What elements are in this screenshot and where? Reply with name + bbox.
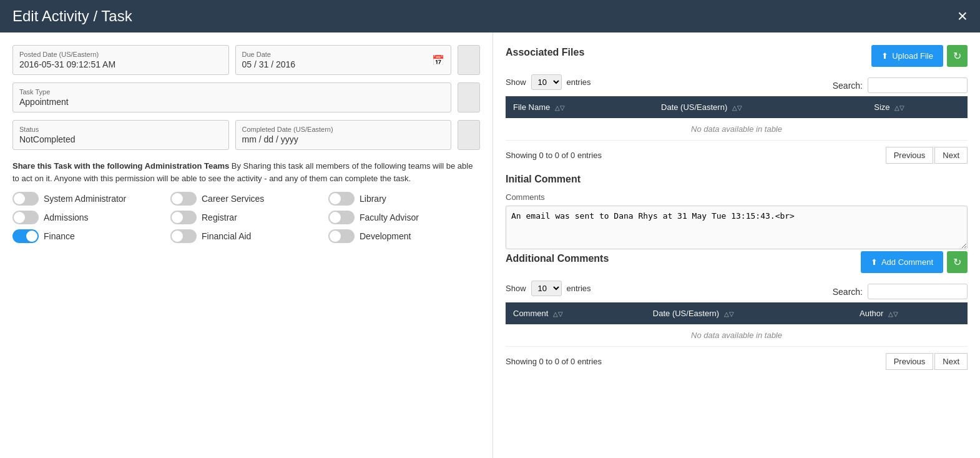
toggle-track-library[interactable]: [328, 192, 355, 206]
comments-next-button[interactable]: Next: [934, 353, 968, 370]
page-title: Edit Activity / Task: [12, 7, 132, 25]
toggle-thumb-system-administrator: [14, 193, 25, 204]
initial-comment-label: Comments: [506, 192, 968, 202]
toggle-thumb-development: [330, 231, 341, 242]
team-label-career-services: Career Services: [202, 194, 264, 204]
comments-col-author: Author △▽: [852, 302, 968, 324]
right-panel: Associated Files ⬆ Upload File ↻ Show 10…: [493, 32, 980, 458]
posted-date-value: 2016-05-31 09:12:51 AM: [19, 59, 222, 69]
status-field: Status NotCompleted: [12, 120, 229, 150]
toggle-library[interactable]: [328, 192, 355, 206]
team-item-financial-aid: Financial Aid: [170, 229, 322, 243]
toggle-system-administrator[interactable]: [12, 192, 39, 206]
files-refresh-button[interactable]: ↻: [947, 45, 968, 67]
task-type-label: Task Type: [19, 88, 444, 96]
toggle-admissions[interactable]: [12, 211, 39, 224]
modal-header: Edit Activity / Task ×: [0, 0, 980, 32]
initial-comment-title: Initial Comment: [506, 174, 968, 185]
files-col-date: Date (US/Eastern) △▽: [654, 96, 866, 118]
sort-icon: △▽: [553, 311, 563, 317]
upload-icon: ⬆: [881, 51, 888, 61]
toggle-thumb-admissions: [14, 212, 25, 223]
sort-icon: △▽: [555, 104, 565, 111]
row-status-completed: Status NotCompleted Completed Date (US/E…: [12, 120, 480, 150]
comments-col-date: Date (US/Eastern) △▽: [645, 302, 852, 324]
comments-show-entries: Show 10 25 50 entries: [506, 281, 591, 296]
upload-file-button[interactable]: ⬆ Upload File: [871, 45, 943, 67]
toggle-track-financial-aid[interactable]: [170, 229, 197, 243]
posted-date-field: Posted Date (US/Eastern) 2016-05-31 09:1…: [12, 45, 229, 75]
share-text: Share this Task with the following Admin…: [12, 160, 480, 184]
toggle-track-system-administrator[interactable]: [12, 192, 39, 206]
status-value: NotCompleted: [19, 134, 222, 144]
comments-previous-button[interactable]: Previous: [886, 353, 934, 370]
team-label-library: Library: [360, 194, 386, 204]
status-label: Status: [19, 126, 222, 133]
files-show-row: Show 10 25 50 entries Search:: [506, 74, 968, 96]
files-next-button[interactable]: Next: [934, 147, 968, 164]
toggle-finance[interactable]: [12, 229, 39, 243]
row-posted-due: Posted Date (US/Eastern) 2016-05-31 09:1…: [12, 45, 480, 75]
toggle-track-career-services[interactable]: [170, 192, 197, 206]
task-type-value: Appointment: [19, 97, 444, 107]
add-comment-icon: ⬆: [871, 257, 878, 267]
close-button[interactable]: ×: [958, 7, 968, 25]
team-item-registrar: Registrar: [170, 211, 322, 224]
toggle-faculty-advisor[interactable]: [328, 211, 355, 224]
comments-empty-row: No data available in table: [506, 324, 968, 347]
add-comment-button[interactable]: ⬆ Add Comment: [861, 251, 943, 273]
comments-search-input[interactable]: [868, 284, 968, 299]
toggle-track-finance[interactable]: [12, 229, 39, 243]
files-entries-select[interactable]: 10 25 50: [531, 74, 562, 90]
files-col-size: Size △▽: [866, 96, 968, 118]
files-showing: Showing 0 to 0 of 0 entries: [506, 151, 602, 160]
sort-icon: △▽: [888, 311, 898, 317]
team-label-registrar: Registrar: [202, 212, 237, 222]
additional-comments-title: Additional Comments: [506, 253, 609, 264]
calendar-icon: 📅: [432, 54, 444, 66]
due-date-value: 05 / 31 / 2016: [242, 59, 445, 69]
toggle-track-development[interactable]: [328, 229, 355, 243]
completed-date-value: mm / dd / yyyy: [242, 134, 445, 144]
files-empty-row: No data available in table: [506, 118, 968, 141]
comments-refresh-button[interactable]: ↻: [947, 251, 968, 273]
comments-search-row: Search:: [833, 284, 968, 299]
toggle-track-faculty-advisor[interactable]: [328, 211, 355, 224]
toggle-track-admissions[interactable]: [12, 211, 39, 224]
team-label-faculty-advisor: Faculty Advisor: [360, 212, 419, 222]
due-date-label: Due Date: [242, 51, 445, 58]
comments-show-row: Show 10 25 50 entries Search:: [506, 281, 968, 302]
files-col-filename: File Name △▽: [506, 96, 654, 118]
completed-date-spacer: [458, 120, 480, 150]
team-item-system-administrator: System Administrator: [12, 192, 164, 206]
toggle-career-services[interactable]: [170, 192, 197, 206]
due-date-spacer: [458, 45, 480, 75]
team-label-development: Development: [360, 231, 411, 241]
toggle-track-registrar[interactable]: [170, 211, 197, 224]
comments-col-comment: Comment △▽: [506, 302, 645, 324]
toggle-thumb-finance: [26, 231, 37, 242]
associated-files-actions: ⬆ Upload File ↻: [871, 45, 968, 67]
files-show-entries: Show 10 25 50 entries: [506, 74, 591, 90]
due-date-field[interactable]: Due Date 05 / 31 / 2016 📅: [235, 45, 452, 75]
files-entries-label: entries: [567, 77, 591, 87]
toggle-thumb-career-services: [172, 193, 183, 204]
toggle-development[interactable]: [328, 229, 355, 243]
team-item-development: Development: [328, 229, 480, 243]
additional-comments-header: Additional Comments ⬆ Add Comment ↻: [506, 251, 968, 273]
task-type-spacer: [458, 82, 480, 112]
team-item-finance: Finance: [12, 229, 164, 243]
files-previous-button[interactable]: Previous: [886, 147, 934, 164]
completed-date-label: Completed Date (US/Eastern): [242, 126, 445, 133]
comments-entries-select[interactable]: 10 25 50: [531, 281, 562, 296]
posted-date-label: Posted Date (US/Eastern): [19, 51, 222, 58]
comments-pagination-btns: Previous Next: [886, 353, 968, 370]
toggle-thumb-faculty-advisor: [330, 212, 341, 223]
sort-icon: △▽: [724, 311, 734, 317]
files-search-input[interactable]: [868, 77, 968, 93]
toggle-financial-aid[interactable]: [170, 229, 197, 243]
toggle-registrar[interactable]: [170, 211, 197, 224]
initial-comment-textarea[interactable]: An email was sent to Dana Rhys at 31 May…: [506, 206, 968, 249]
sort-icon: △▽: [732, 104, 742, 111]
completed-date-field[interactable]: Completed Date (US/Eastern) mm / dd / yy…: [235, 120, 452, 150]
